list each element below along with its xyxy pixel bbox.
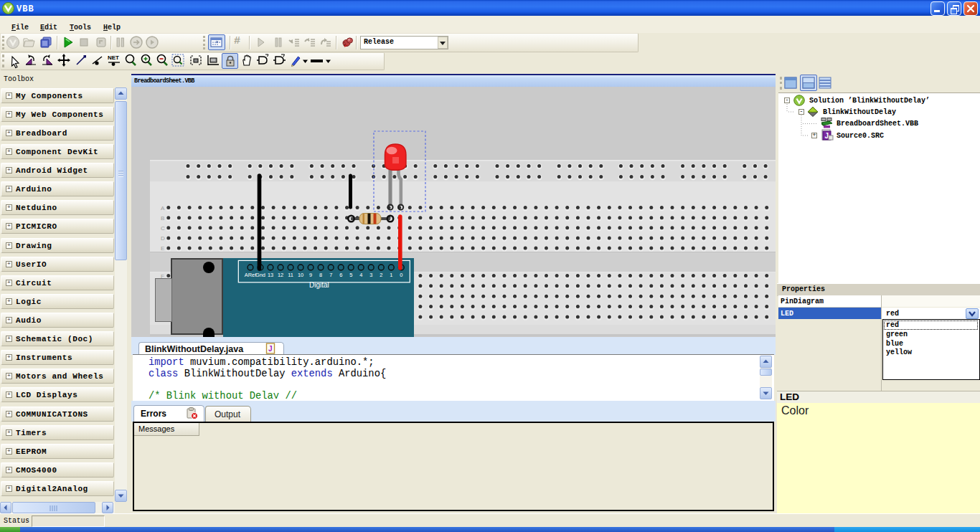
svg-text:J: J [825, 132, 829, 140]
svg-text:NET: NET [108, 54, 119, 61]
svg-text:J: J [268, 345, 273, 353]
